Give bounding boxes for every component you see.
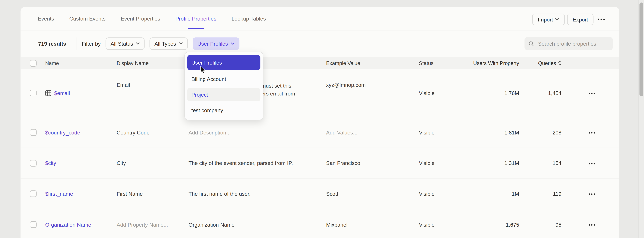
content-card: Events Custom Events Event Properties Pr… xyxy=(20,7,619,238)
status-value[interactable]: Visible xyxy=(419,160,434,166)
display-name-value[interactable]: City xyxy=(117,160,126,166)
row-actions-button[interactable] xyxy=(588,221,595,227)
description-value[interactable]: The city of the event sender, parsed fro… xyxy=(188,159,293,167)
queries-count: 208 xyxy=(552,129,562,136)
header-display-name: Display Name xyxy=(117,60,188,66)
example-value[interactable]: San Francisco xyxy=(326,160,360,166)
select-all-checkbox[interactable] xyxy=(30,60,36,66)
mouse-cursor xyxy=(200,66,206,75)
chevron-down-icon xyxy=(556,18,559,21)
tab-event-properties[interactable]: Event Properties xyxy=(121,16,160,22)
tab-label: Custom Events xyxy=(69,16,106,22)
property-name-link[interactable]: $city xyxy=(45,160,56,166)
ellipsis-icon xyxy=(598,19,605,20)
status-filter-dropdown[interactable]: All Status xyxy=(106,37,144,50)
results-count: 719 results xyxy=(38,41,66,47)
header-example-value: Example Value xyxy=(326,60,412,66)
row-checkbox[interactable] xyxy=(30,129,36,136)
ellipsis-icon xyxy=(588,193,595,195)
row-actions-button[interactable] xyxy=(588,160,595,166)
tab-label: Events xyxy=(38,16,54,22)
menu-item-test-company[interactable]: test company xyxy=(187,104,260,117)
profiles-dropdown-menu: User Profiles Billing Account Project te… xyxy=(184,52,263,120)
header-users-with-property: Users With Property xyxy=(470,60,519,66)
row-checkbox[interactable] xyxy=(30,160,36,166)
search-input[interactable] xyxy=(537,40,608,47)
scrollbar-track[interactable] xyxy=(638,0,644,238)
row-actions-button[interactable] xyxy=(588,129,595,136)
row-actions-button[interactable] xyxy=(588,90,595,96)
row-checkbox[interactable] xyxy=(30,90,36,96)
chevron-down-icon xyxy=(179,42,182,45)
table-row-city: $city City The city of the event sender,… xyxy=(20,148,619,178)
table-header: Name Display Name Description Example Va… xyxy=(20,57,619,69)
chevron-down-icon xyxy=(231,42,234,45)
property-name-link[interactable]: $country_code xyxy=(45,129,80,136)
queries-count: 119 xyxy=(553,191,562,197)
users-count: 1.31M xyxy=(504,160,519,166)
property-name-link[interactable]: $email xyxy=(54,90,70,96)
example-placeholder[interactable]: Add Values... xyxy=(326,129,358,136)
menu-item-label: Project xyxy=(191,92,208,98)
ellipsis-icon xyxy=(588,224,595,226)
filter-bar: 719 results Filter by All Status All Typ… xyxy=(20,30,619,57)
search-box[interactable] xyxy=(524,37,613,50)
status-value[interactable]: Visible xyxy=(419,129,434,136)
header-status: Status xyxy=(412,60,470,66)
description-placeholder[interactable]: Add Description... xyxy=(188,128,230,136)
scrollbar-thumb[interactable] xyxy=(640,3,643,96)
display-name-value[interactable]: Country Code xyxy=(117,129,150,136)
status-value[interactable]: Visible xyxy=(419,221,434,227)
queries-count: 1,454 xyxy=(548,90,562,96)
status-value[interactable]: Visible xyxy=(419,90,434,96)
table-row-first-name: $first_name First Name The first name of… xyxy=(20,178,619,209)
more-options-button[interactable] xyxy=(595,14,608,25)
users-count: 1,675 xyxy=(506,221,519,227)
users-count: 1.76M xyxy=(504,90,519,96)
tab-events[interactable]: Events xyxy=(38,16,54,22)
ellipsis-icon xyxy=(588,132,595,134)
ellipsis-icon xyxy=(588,93,595,94)
menu-item-user-profiles[interactable]: User Profiles xyxy=(187,55,260,70)
type-filter-dropdown[interactable]: All Types xyxy=(150,37,188,50)
tab-profile-properties[interactable]: Profile Properties xyxy=(176,16,216,22)
export-button[interactable]: Export xyxy=(567,14,594,25)
queries-count: 95 xyxy=(556,221,562,227)
import-button[interactable]: Import xyxy=(532,14,565,25)
table-row-email: $email Email The user's email address. Y… xyxy=(20,69,619,117)
header-queries[interactable]: Queries xyxy=(519,60,562,66)
tab-lookup-tables[interactable]: Lookup Tables xyxy=(232,16,266,22)
tab-custom-events[interactable]: Custom Events xyxy=(69,16,106,22)
display-name-value[interactable]: First Name xyxy=(117,191,143,197)
profile-type-dropdown[interactable]: User Profiles xyxy=(192,37,240,50)
property-name-link[interactable]: Organization Name xyxy=(45,221,91,227)
example-value[interactable]: xyz@lmnop.com xyxy=(326,82,366,88)
search-icon xyxy=(529,41,534,47)
export-label: Export xyxy=(572,16,588,23)
tab-bar: Events Custom Events Event Properties Pr… xyxy=(20,7,619,31)
menu-item-project[interactable]: Project xyxy=(187,88,260,101)
table-body: $email Email The user's email address. Y… xyxy=(20,69,619,238)
example-value[interactable]: Mixpanel xyxy=(326,221,348,227)
row-actions-button[interactable] xyxy=(588,191,595,197)
description-value[interactable]: Organization Name xyxy=(188,221,234,228)
table-row-country-code: $country_code Country Code Add Descripti… xyxy=(20,117,619,148)
chevron-down-icon xyxy=(136,42,140,45)
description-value[interactable]: The first name of the user. xyxy=(188,190,250,198)
status-value[interactable]: Visible xyxy=(419,191,434,197)
display-name-placeholder[interactable]: Add Property Name... xyxy=(117,221,168,227)
display-name-value[interactable]: Email xyxy=(117,82,130,88)
menu-item-billing-account[interactable]: Billing Account xyxy=(187,72,260,86)
page-background: Events Custom Events Event Properties Pr… xyxy=(0,0,644,238)
header-name: Name xyxy=(45,60,117,66)
row-checkbox[interactable] xyxy=(30,190,36,197)
property-name-link[interactable]: $first_name xyxy=(45,191,73,197)
example-value[interactable]: Scott xyxy=(326,191,338,197)
row-checkbox[interactable] xyxy=(30,221,36,228)
menu-item-label: Billing Account xyxy=(191,76,226,82)
queries-label: Queries xyxy=(538,60,556,66)
tab-label: Event Properties xyxy=(121,16,160,22)
menu-item-label: test company xyxy=(191,107,223,113)
table-row-organization-name: Organization Name Add Property Name... O… xyxy=(20,209,619,238)
menu-item-label: User Profiles xyxy=(191,60,222,66)
